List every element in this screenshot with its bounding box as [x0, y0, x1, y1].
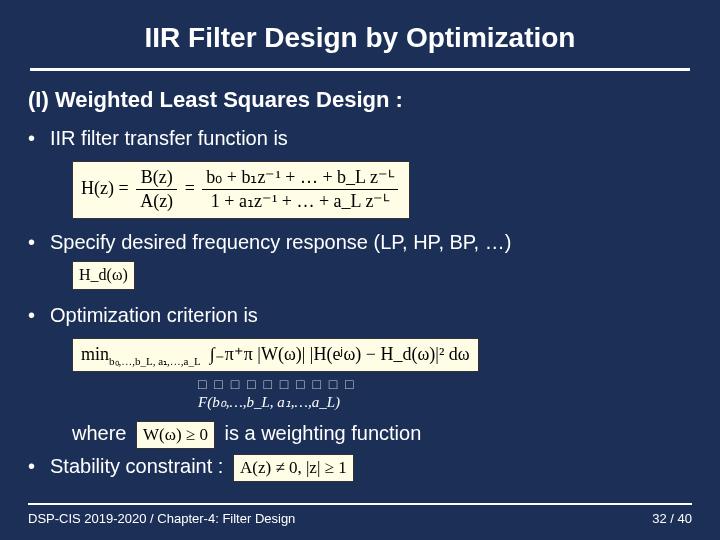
bullet-3: • Optimization criterion is	[28, 302, 692, 328]
hz-frac1-den: A(z)	[136, 190, 177, 213]
footer: DSP-CIS 2019-2020 / Chapter-4: Filter De…	[28, 503, 692, 526]
min-sub: b₀,…,b_L, a₁,…,a_L	[109, 354, 201, 366]
where-pre: where	[72, 422, 126, 444]
bullet-2-text: Specify desired frequency response (LP, …	[50, 229, 692, 255]
bullet-4-label: Stability constraint :	[50, 455, 223, 477]
where-post: is a weighting function	[225, 422, 422, 444]
bullet-3-text: Optimization criterion is	[50, 302, 692, 328]
hz-lhs: H(z) =	[81, 178, 129, 198]
hz-frac2-num: b₀ + b₁z⁻¹ + … + b_L z⁻ᴸ	[202, 166, 398, 190]
formula-transfer-function: H(z) = B(z) A(z) = b₀ + b₁z⁻¹ + … + b_L …	[72, 161, 410, 219]
where-line: where W(ω) ≥ 0 is a weighting function	[72, 417, 692, 449]
footer-left: DSP-CIS 2019-2020 / Chapter-4: Filter De…	[28, 511, 295, 526]
bullet-dot: •	[28, 229, 50, 255]
bullet-dot: •	[28, 125, 50, 151]
footer-rule	[28, 503, 692, 505]
footer-page-number: 32 / 40	[652, 511, 692, 526]
bullet-2: • Specify desired frequency response (LP…	[28, 229, 692, 255]
hz-eq: =	[185, 178, 200, 198]
bullet-4: • Stability constraint : A(z) ≠ 0, |z| ≥…	[28, 453, 692, 482]
bullet-1: • IIR filter transfer function is	[28, 125, 692, 151]
subtitle: (I) Weighted Least Squares Design :	[28, 87, 692, 113]
min-prefix: min	[81, 344, 109, 364]
hz-frac2-den: 1 + a₁z⁻¹ + … + a_L z⁻ᴸ	[202, 190, 398, 213]
min-integral: ∫₋π⁺π |W(ω)| |H(eʲω) − H_d(ω)|² dω	[210, 344, 470, 364]
hz-frac1-num: B(z)	[136, 166, 177, 190]
page-title: IIR Filter Design by Optimization	[28, 22, 692, 54]
empty-placeholder-boxes: □ □ □ □ □ □ □ □ □ □	[198, 376, 356, 392]
bullet-1-text: IIR filter transfer function is	[50, 125, 692, 151]
title-rule	[30, 68, 690, 71]
f-label: F(b₀,…,b_L, a₁,…,a_L)	[198, 393, 340, 411]
bullet-dot: •	[28, 453, 50, 479]
bullet-dot: •	[28, 302, 50, 328]
formula-weight-nonneg: W(ω) ≥ 0	[136, 421, 215, 449]
formula-hd: H_d(ω)	[72, 261, 135, 290]
formula-optimization: minb₀,…,b_L, a₁,…,a_L ∫₋π⁺π |W(ω)| |H(eʲ…	[72, 338, 479, 373]
bullet-4-text: Stability constraint : A(z) ≠ 0, |z| ≥ 1	[50, 453, 692, 482]
formula-stability: A(z) ≠ 0, |z| ≥ 1	[233, 454, 354, 482]
slide: IIR Filter Design by Optimization (I) We…	[0, 0, 720, 540]
